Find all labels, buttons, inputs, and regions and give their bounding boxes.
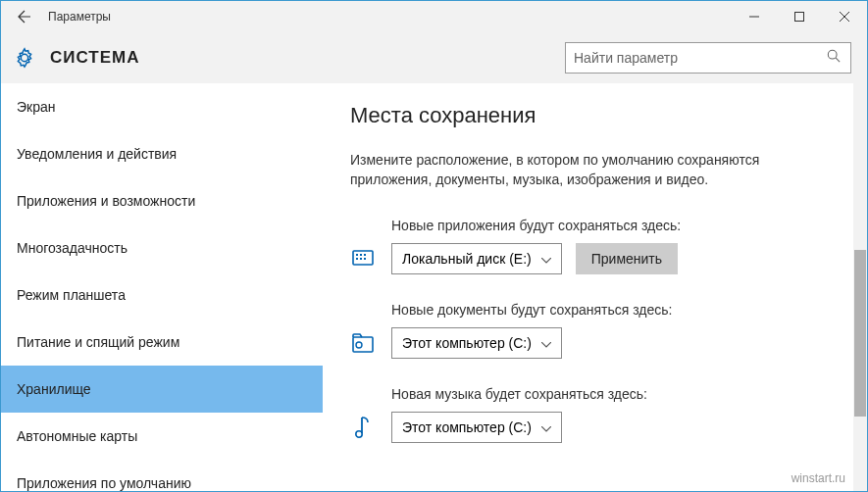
chevron-down-icon bbox=[532, 335, 551, 351]
setting-label: Новая музыка будет сохраняться здесь: bbox=[391, 386, 867, 402]
chevron-down-icon bbox=[532, 419, 551, 435]
svg-rect-8 bbox=[364, 258, 366, 260]
titlebar: Параметры bbox=[1, 1, 867, 32]
svg-rect-5 bbox=[364, 254, 366, 256]
svg-point-11 bbox=[356, 430, 362, 436]
sidebar-item-storage[interactable]: Хранилище bbox=[1, 366, 323, 413]
search-input[interactable]: Найти параметр bbox=[565, 42, 851, 74]
setting-label: Новые приложения будут сохраняться здесь… bbox=[391, 218, 867, 233]
apply-button[interactable]: Применить bbox=[576, 243, 678, 274]
app-icon bbox=[350, 246, 376, 271]
scrollbar-thumb[interactable] bbox=[854, 250, 866, 417]
svg-rect-3 bbox=[356, 254, 358, 256]
setting-label: Новые документы будут сохраняться здесь: bbox=[391, 302, 867, 318]
back-button[interactable] bbox=[1, 1, 48, 32]
maximize-button[interactable] bbox=[777, 1, 822, 32]
document-icon bbox=[350, 330, 376, 356]
svg-point-10 bbox=[356, 342, 362, 348]
sidebar-item-tablet[interactable]: Режим планшета bbox=[1, 271, 323, 319]
header: СИСТЕМА Найти параметр bbox=[1, 32, 867, 83]
sidebar: Экран Уведомления и действия Приложения … bbox=[1, 83, 323, 491]
sidebar-item-maps[interactable]: Автономные карты bbox=[1, 413, 323, 460]
music-location-dropdown[interactable]: Этот компьютер (C:) bbox=[391, 412, 562, 443]
documents-location-dropdown[interactable]: Этот компьютер (C:) bbox=[391, 327, 562, 359]
page-title: Места сохранения bbox=[350, 103, 867, 128]
svg-point-1 bbox=[828, 50, 837, 59]
setting-apps: Новые приложения будут сохраняться здесь… bbox=[350, 218, 867, 274]
chevron-down-icon bbox=[532, 251, 551, 267]
sidebar-item-power[interactable]: Питание и спящий режим bbox=[1, 319, 323, 366]
apps-location-dropdown[interactable]: Локальный диск (E:) bbox=[391, 243, 562, 274]
sidebar-item-default-apps[interactable]: Приложения по умолчанию bbox=[1, 460, 323, 491]
svg-rect-7 bbox=[360, 258, 362, 260]
close-button[interactable] bbox=[822, 1, 867, 32]
music-icon bbox=[350, 415, 376, 440]
search-icon bbox=[827, 49, 842, 67]
svg-rect-0 bbox=[795, 13, 804, 22]
section-title: СИСТЕМА bbox=[50, 48, 140, 68]
minimize-button[interactable] bbox=[732, 1, 777, 32]
watermark: winstart.ru bbox=[791, 471, 845, 485]
window-title: Параметры bbox=[48, 10, 111, 24]
search-placeholder: Найти параметр bbox=[574, 50, 827, 66]
scrollbar[interactable] bbox=[853, 83, 867, 491]
page-description: Измените расположение, в котором по умол… bbox=[350, 150, 782, 190]
setting-music: Новая музыка будет сохраняться здесь: Эт… bbox=[350, 386, 867, 443]
gear-icon bbox=[13, 46, 36, 70]
sidebar-item-display[interactable]: Экран bbox=[1, 83, 323, 130]
svg-rect-4 bbox=[360, 254, 362, 256]
setting-documents: Новые документы будут сохраняться здесь:… bbox=[350, 302, 867, 359]
svg-rect-6 bbox=[356, 258, 358, 260]
main-panel: Места сохранения Измените расположение, … bbox=[323, 83, 867, 491]
sidebar-item-notifications[interactable]: Уведомления и действия bbox=[1, 130, 323, 177]
sidebar-item-multitask[interactable]: Многозадачность bbox=[1, 224, 323, 271]
sidebar-item-apps[interactable]: Приложения и возможности bbox=[1, 177, 323, 224]
